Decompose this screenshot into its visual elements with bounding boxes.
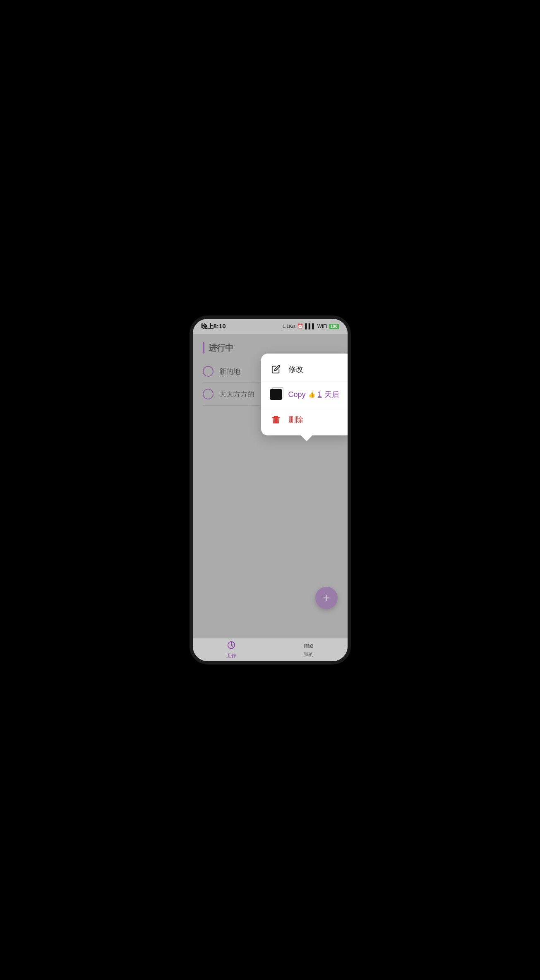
svg-rect-2 (275, 416, 277, 418)
popup-delete-item[interactable]: 删除 (261, 407, 348, 432)
trash-icon (271, 415, 281, 425)
copy-icon-container (269, 388, 283, 401)
main-content: 进行中 新的地 大大方方的 EnD (193, 334, 348, 638)
copy-icon (270, 389, 282, 400)
popup-edit-item[interactable]: 修改 (261, 357, 348, 382)
phone-frame: 晚上8:10 1.1K/s ⏰ ▌▌▌ WiFi 100 进行中 新的地 大大方… (190, 316, 351, 664)
status-icons: 1.1K/s ⏰ ▌▌▌ WiFi 100 (283, 323, 339, 329)
work-nav-label: 工作 (226, 653, 236, 660)
edit-icon-container (269, 363, 283, 376)
delete-label: 删除 (288, 415, 303, 425)
wifi-icon: WiFi (317, 323, 327, 329)
me-nav-icon: me (304, 642, 313, 650)
svg-rect-0 (274, 417, 278, 423)
copy-unit: 天后 (324, 390, 339, 399)
me-nav-label: 我的 (304, 651, 314, 658)
work-nav-icon (227, 641, 236, 652)
trash-icon-container (269, 413, 283, 426)
bottom-nav: 工作 me 我的 (193, 638, 348, 661)
nav-item-me[interactable]: me 我的 (270, 639, 348, 660)
alarm-icon: ⏰ (297, 323, 303, 329)
edit-label: 修改 (288, 364, 303, 374)
nav-item-work[interactable]: 工作 (193, 638, 270, 662)
network-speed: 1.1K/s (283, 324, 295, 329)
copy-count: 1 (318, 390, 322, 399)
thumb-icon: 👍 (308, 391, 315, 398)
status-bar: 晚上8:10 1.1K/s ⏰ ▌▌▌ WiFi 100 (193, 319, 348, 334)
popup-menu: 修改 Copy 👍 1 天后 (261, 354, 348, 435)
popup-copy-item[interactable]: Copy 👍 1 天后 (261, 382, 348, 407)
status-time: 晚上8:10 (201, 323, 226, 330)
battery-icon: 100 (329, 324, 339, 329)
copy-label-container: Copy 👍 1 天后 (288, 390, 339, 399)
copy-text: Copy (288, 390, 306, 399)
signal-icon: ▌▌▌ (305, 323, 316, 329)
pencil-icon (271, 365, 281, 374)
